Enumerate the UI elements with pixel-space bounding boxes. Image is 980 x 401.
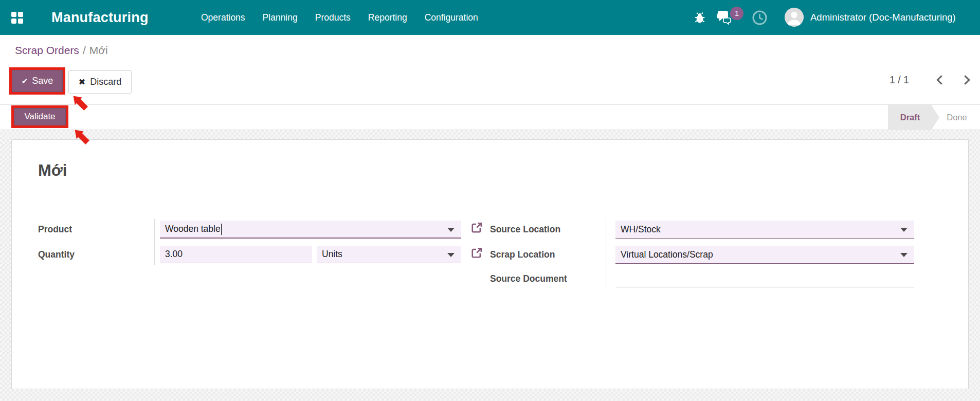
validate-annotation-box: Validate <box>11 105 68 128</box>
state-done[interactable]: Done <box>941 105 972 130</box>
scrap-location-dropdown-icon[interactable] <box>900 253 908 257</box>
source-location-dropdown-icon[interactable] <box>900 228 908 232</box>
uom-dropdown-icon[interactable] <box>447 253 455 257</box>
state-draft[interactable]: Draft <box>888 105 939 130</box>
record-title: Mới <box>38 161 67 180</box>
save-annotation-box: ✔ Save <box>9 67 65 95</box>
menu-products[interactable]: Products <box>315 12 351 23</box>
control-panel: Scrap Orders/Mới ✔ Save ✖ Discard 1 / 1 <box>0 35 980 104</box>
source-document-field[interactable] <box>615 271 914 288</box>
main-menu: Operations Planning Products Reporting C… <box>201 0 478 35</box>
quantity-field[interactable]: 3.00 <box>160 246 312 263</box>
product-value: Wooden table <box>165 224 221 234</box>
record-pager: 1 / 1 <box>890 74 969 86</box>
discard-button[interactable]: ✖ Discard <box>68 70 132 94</box>
menu-configuration[interactable]: Configuration <box>425 12 478 23</box>
uom-value: Units <box>322 249 342 260</box>
form-sheet: Mới Product Quantity Wooden table 3.00 U… <box>11 139 969 389</box>
validate-annotation-arrow <box>70 127 96 148</box>
form-statusbar: Validate Draft Done <box>0 104 980 130</box>
quantity-label: Quantity <box>38 249 75 260</box>
apps-grid-icon[interactable] <box>11 12 23 24</box>
debug-bug-icon[interactable] <box>691 0 709 35</box>
scrap-location-field[interactable]: Virtual Locations/Scrap <box>615 246 914 264</box>
pager-next-icon[interactable] <box>960 75 970 84</box>
form-background: Mới Product Quantity Wooden table 3.00 U… <box>0 130 980 401</box>
pager-previous-icon[interactable] <box>936 75 946 84</box>
left-group-separator <box>154 219 155 265</box>
save-button-label: Save <box>32 76 53 86</box>
product-label: Product <box>38 224 72 235</box>
menu-planning[interactable]: Planning <box>263 12 298 23</box>
scrap-location-label: Scrap Location <box>490 249 555 260</box>
scrap-location-value: Virtual Locations/Scrap <box>621 249 713 260</box>
top-navbar: Manufacturing Operations Planning Produc… <box>0 0 980 35</box>
validate-button-label: Validate <box>24 112 55 122</box>
breadcrumb: Scrap Orders/Mới <box>15 44 108 57</box>
screen: Manufacturing Operations Planning Produc… <box>0 0 980 401</box>
check-icon: ✔ <box>22 77 28 86</box>
user-name[interactable]: Administrator (Doc-Manufacturing) <box>810 0 956 35</box>
activities-clock-icon[interactable] <box>751 0 768 35</box>
x-icon: ✖ <box>79 77 85 87</box>
messages-count-badge[interactable]: 1 <box>730 7 743 20</box>
source-document-label: Source Document <box>490 274 567 284</box>
quantity-value: 3.00 <box>165 249 183 260</box>
pager-counter: 1 / 1 <box>890 74 909 86</box>
source-location-external-link-icon[interactable] <box>471 222 482 233</box>
discard-button-label: Discard <box>90 77 121 87</box>
breadcrumb-separator: / <box>79 44 89 56</box>
source-location-value: WH/Stock <box>621 224 661 235</box>
right-group-separator <box>606 219 606 289</box>
messages-icon[interactable] <box>716 0 733 35</box>
save-button[interactable]: ✔ Save <box>12 70 63 92</box>
product-dropdown-icon[interactable] <box>447 228 455 232</box>
scrap-location-external-link-icon[interactable] <box>471 247 482 259</box>
source-location-label: Source Location <box>490 224 560 235</box>
menu-operations[interactable]: Operations <box>201 12 245 23</box>
source-location-field[interactable]: WH/Stock <box>615 221 914 239</box>
app-brand[interactable]: Manufacturing <box>51 0 149 35</box>
breadcrumb-current: Mới <box>89 44 108 56</box>
validate-button[interactable]: Validate <box>14 108 66 125</box>
product-field[interactable]: Wooden table <box>160 221 461 239</box>
breadcrumb-scrap-orders[interactable]: Scrap Orders <box>15 44 79 56</box>
menu-reporting[interactable]: Reporting <box>368 12 407 23</box>
uom-field[interactable]: Units <box>317 246 461 263</box>
save-annotation-arrow <box>68 94 94 114</box>
user-avatar[interactable] <box>785 8 804 27</box>
text-cursor <box>221 224 222 235</box>
